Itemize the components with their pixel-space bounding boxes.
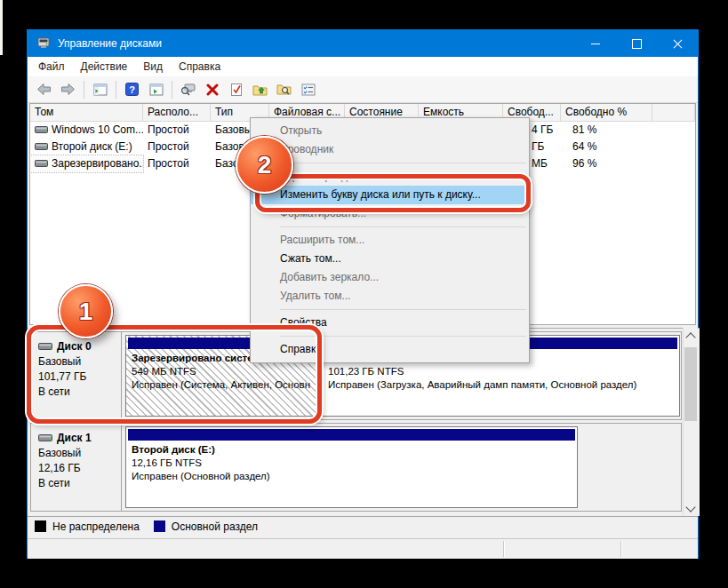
folder-up-icon[interactable] [250, 80, 270, 99]
svg-text:?: ? [129, 84, 135, 95]
column-header-layout[interactable]: Располо... [143, 104, 211, 121]
menu-file[interactable]: Файл [30, 57, 73, 76]
app-icon [36, 36, 51, 52]
menu-item-add-mirror[interactable]: Добавить зеркало... [251, 268, 529, 287]
toolbar-separator [116, 81, 116, 99]
volume-layout: Простой [143, 155, 211, 172]
column-header-free-pct[interactable]: Свободно % [561, 104, 652, 121]
delete-icon[interactable] [202, 80, 222, 99]
menu-item-extend-volume[interactable]: Расширить том... [251, 231, 529, 250]
volume-name: Второй диск (E:) [52, 139, 132, 155]
maximize-button[interactable] [616, 30, 657, 57]
volume-icon [35, 142, 48, 152]
show-console-tree-icon[interactable] [90, 80, 110, 99]
menu-help[interactable]: Справка [171, 57, 228, 76]
disk-size: 12,16 ГБ [38, 461, 121, 476]
disk-1-label-panel[interactable]: Диск 1 Базовый 12,16 ГБ В сети [31, 424, 122, 511]
unallocated-swatch [35, 520, 46, 532]
volume-icon [35, 125, 48, 135]
callout-badge-2: 2 [236, 136, 293, 194]
status-bar [28, 538, 698, 559]
scroll-down-button[interactable] [684, 501, 698, 516]
back-icon[interactable] [34, 80, 54, 99]
properties-icon[interactable] [298, 80, 318, 99]
partition-size: 12,16 ГБ NTFS [132, 457, 573, 470]
maximize-icon [632, 39, 642, 49]
show-window-icon[interactable] [146, 80, 166, 99]
close-icon [673, 39, 683, 49]
vertical-scrollbar[interactable] [683, 328, 698, 516]
menu-item-delete-volume[interactable]: Удалить том... [251, 287, 529, 306]
status-divider [503, 541, 504, 557]
legend-label-primary: Основной раздел [172, 520, 258, 533]
folder-search-icon[interactable] [274, 80, 294, 99]
disk-management-window: Управление дисками Файл Действие Вид Спр… [27, 29, 699, 559]
menu-bar: Файл Действие Вид Справка [28, 57, 698, 76]
scrollbar-thumb[interactable] [684, 347, 697, 421]
toolbar: ? [28, 76, 698, 103]
disk-type: Базовый [38, 446, 121, 461]
screen-edge-sliver [0, 0, 3, 55]
volume-layout: Простой [143, 122, 211, 139]
partition-size: 101,23 ГБ NTFS [328, 365, 676, 378]
close-button[interactable] [657, 30, 698, 57]
primary-partition-swatch [154, 520, 165, 532]
callout-badge-1: 1 [59, 284, 113, 338]
title-bar: Управление дисками [28, 30, 698, 57]
partition-status: Исправен (Загрузка, Аварийный дамп памят… [328, 378, 676, 392]
toolbar-separator [84, 81, 84, 99]
minimize-button[interactable] [575, 30, 616, 57]
volume-name: Зарезервировано... [52, 155, 143, 172]
check-document-icon[interactable] [226, 80, 246, 99]
volume-free-pct: 64 % [561, 139, 652, 155]
menu-item-explorer[interactable]: Проводник [251, 140, 529, 159]
volume-name: Windows 10 Com... [52, 122, 143, 139]
minimize-icon [591, 44, 600, 44]
chevron-up-icon [685, 332, 695, 342]
status-divider [620, 541, 621, 557]
volume-free-pct: 96 % [561, 155, 652, 172]
callout-rect-disk0 [27, 325, 322, 424]
disk-1-row: Диск 1 Базовый 12,16 ГБ В сети Второй ди… [30, 423, 682, 512]
disk-icon [38, 433, 52, 443]
disk-name: Диск 1 [57, 431, 92, 446]
volume-layout: Простой [143, 139, 211, 155]
legend-label-unallocated: Не распределена [52, 520, 140, 533]
legend-bar: Не распределена Основной раздел [28, 516, 698, 536]
scroll-up-button[interactable] [684, 328, 698, 343]
primary-partition-strip [128, 429, 575, 441]
partition-e-drive[interactable]: Второй диск (E:) 12,16 ГБ NTFS Исправен … [125, 426, 578, 508]
disk-1-graph: Второй диск (E:) 12,16 ГБ NTFS Исправен … [123, 424, 681, 511]
toolbar-separator [172, 81, 172, 99]
callout-rect-menu-item [255, 174, 531, 212]
partition-status: Исправен (Основной раздел) [132, 470, 573, 483]
menu-item-shrink-volume[interactable]: Сжать том... [251, 250, 529, 268]
menu-action[interactable]: Действие [73, 57, 136, 76]
window-title: Управление дисками [58, 37, 162, 50]
partition-title: Второй диск (E:) [132, 443, 573, 457]
disk-status: В сети [38, 476, 121, 491]
menu-view[interactable]: Вид [135, 57, 171, 76]
column-header-blank [652, 104, 695, 121]
menu-separator [251, 223, 529, 231]
volume-free-pct: 81 % [561, 122, 652, 139]
forward-icon[interactable] [58, 80, 78, 99]
column-header-volume[interactable]: Том [30, 104, 143, 121]
menu-separator [251, 306, 529, 314]
chevron-down-icon [685, 502, 695, 512]
menu-item-open[interactable]: Открыть [251, 122, 529, 140]
volume-icon [35, 159, 48, 169]
device-search-icon[interactable] [178, 80, 198, 99]
help-icon[interactable]: ? [122, 80, 142, 99]
